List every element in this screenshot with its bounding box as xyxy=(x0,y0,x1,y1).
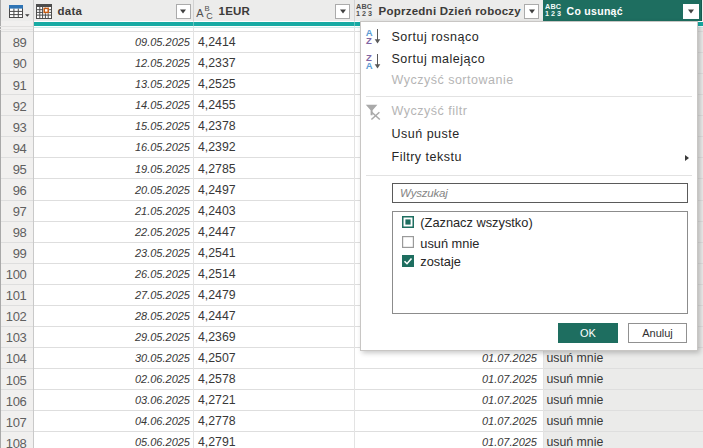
svg-text:A: A xyxy=(196,7,204,19)
svg-text:C: C xyxy=(206,11,213,20)
svg-text:A: A xyxy=(366,60,373,70)
svg-text:Z: Z xyxy=(366,35,372,45)
svg-text:123: 123 xyxy=(356,9,372,17)
svg-text:123: 123 xyxy=(545,9,561,17)
